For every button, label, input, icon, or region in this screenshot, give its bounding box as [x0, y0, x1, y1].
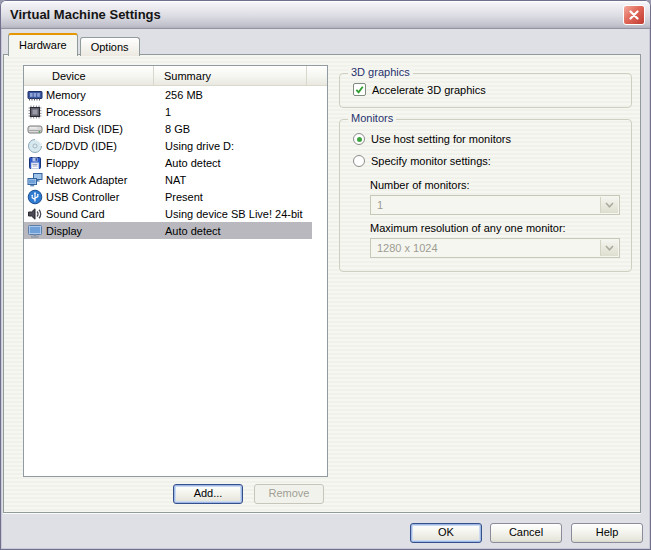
table-row-memory[interactable]: Memory 256 MB [24, 86, 327, 103]
tab-strip: Hardware Options [8, 33, 142, 56]
virtual-machine-settings-dialog: Virtual Machine Settings Hardware Option… [0, 0, 651, 550]
device-summary: 8 GB [154, 123, 327, 135]
number-of-monitors-value: 1 [377, 199, 383, 211]
device-name: Floppy [46, 157, 79, 169]
table-row-hard-disk[interactable]: Hard Disk (IDE) 8 GB [24, 120, 327, 137]
group-monitors-title: Monitors [348, 112, 396, 124]
device-name: Sound Card [46, 208, 105, 220]
table-row-cd-dvd[interactable]: CD/DVD (IDE) Using drive D: [24, 137, 327, 154]
close-button[interactable] [623, 5, 645, 25]
title-bar: Virtual Machine Settings [1, 1, 650, 29]
group-3d-graphics-title: 3D graphics [348, 66, 413, 78]
device-summary: Using device SB Live! 24-bit [154, 208, 327, 220]
usb-icon [27, 189, 43, 205]
hardware-tab-page: Device Summary Memory 256 MB Processors … [3, 54, 641, 513]
max-resolution-value: 1280 x 1024 [377, 242, 438, 254]
processor-icon [27, 104, 43, 120]
device-name: CD/DVD (IDE) [46, 140, 117, 152]
device-name: USB Controller [46, 191, 119, 203]
device-name: Network Adapter [46, 174, 127, 186]
device-summary: 1 [154, 106, 327, 118]
check-icon [354, 84, 365, 95]
use-host-setting-label: Use host setting for monitors [371, 133, 511, 145]
add-button[interactable]: Add... [173, 484, 243, 504]
floppy-icon [27, 155, 43, 171]
table-row-sound-card[interactable]: Sound Card Using device SB Live! 24-bit [24, 205, 327, 222]
table-row-display[interactable]: Display Auto detect [24, 222, 327, 239]
specify-monitor-settings-radio[interactable] [353, 155, 365, 167]
table-row-network-adapter[interactable]: Network Adapter NAT [24, 171, 327, 188]
tab-options[interactable]: Options [80, 37, 140, 56]
device-summary: NAT [154, 174, 327, 186]
group-monitors: Monitors Use host setting for monitors S… [339, 119, 632, 272]
use-host-setting-radio[interactable] [353, 133, 365, 145]
display-icon [27, 223, 43, 239]
column-header-summary: Summary [154, 66, 307, 85]
table-row-usb-controller[interactable]: USB Controller Present [24, 188, 327, 205]
number-of-monitors-select: 1 [370, 195, 620, 215]
max-resolution-dropdown-button [600, 240, 618, 256]
number-of-monitors-label: Number of monitors: [370, 179, 470, 191]
cancel-button[interactable]: Cancel [490, 523, 562, 543]
device-name: Hard Disk (IDE) [46, 123, 123, 135]
ok-button[interactable]: OK [410, 523, 482, 543]
device-summary: Present [154, 191, 327, 203]
device-summary: Auto detect [154, 157, 327, 169]
table-row-floppy[interactable]: Floppy Auto detect [24, 154, 327, 171]
device-summary: 256 MB [154, 89, 327, 101]
window-title: Virtual Machine Settings [1, 7, 161, 22]
device-name: Display [46, 225, 82, 237]
device-list-header: Device Summary [24, 66, 327, 86]
group-3d-graphics: 3D graphics Accelerate 3D graphics [339, 73, 632, 108]
chevron-down-icon [605, 202, 614, 208]
radio-dot [357, 137, 362, 142]
table-row-processors[interactable]: Processors 1 [24, 103, 327, 120]
device-name: Memory [46, 89, 86, 101]
memory-icon [27, 87, 43, 103]
device-list[interactable]: Device Summary Memory 256 MB Processors … [23, 65, 328, 477]
column-header-device: Device [24, 66, 154, 85]
specify-monitor-settings-label: Specify monitor settings: [371, 155, 491, 167]
cd-icon [27, 138, 43, 154]
remove-button: Remove [254, 484, 324, 504]
sound-icon [27, 206, 43, 222]
chevron-down-icon [605, 245, 614, 251]
close-icon [629, 10, 639, 20]
help-button[interactable]: Help [571, 523, 643, 543]
network-icon [27, 172, 43, 188]
hard-disk-icon [27, 121, 43, 137]
accelerate-3d-checkbox[interactable] [353, 83, 366, 96]
device-summary: Using drive D: [154, 140, 327, 152]
column-header-blank [307, 66, 327, 85]
max-resolution-select: 1280 x 1024 [370, 238, 620, 258]
device-name: Processors [46, 106, 101, 118]
device-summary: Auto detect [154, 225, 327, 237]
accelerate-3d-label: Accelerate 3D graphics [372, 84, 486, 96]
max-resolution-label: Maximum resolution of any one monitor: [370, 222, 566, 234]
tab-page-bottom-highlight [3, 513, 641, 514]
number-of-monitors-dropdown-button [600, 197, 618, 213]
tab-hardware[interactable]: Hardware [8, 33, 78, 56]
